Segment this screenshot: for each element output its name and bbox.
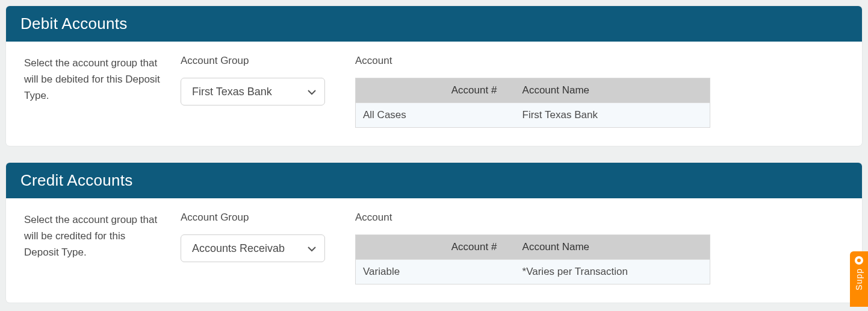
debit-account-label: Account [355, 55, 710, 67]
table-cell-case: Variable [356, 260, 444, 284]
credit-account-group-select[interactable]: Accounts Receivab [181, 234, 325, 262]
table-header-case [356, 78, 444, 103]
credit-account-label: Account [355, 212, 710, 224]
table-row: Variable *Varies per Transaction [356, 260, 710, 284]
table-header-account-number: Account # [444, 78, 515, 103]
table-row: All Cases First Texas Bank [356, 103, 710, 128]
table-cell-case: All Cases [356, 103, 444, 128]
support-icon [855, 256, 863, 265]
debit-card-title: Debit Accounts [6, 6, 862, 42]
support-label: Supp [854, 268, 864, 291]
credit-group-label: Account Group [181, 212, 337, 224]
table-header-account-name: Account Name [515, 235, 710, 260]
credit-card-title: Credit Accounts [6, 163, 862, 198]
table-header-account-name: Account Name [515, 78, 710, 103]
debit-account-group-select[interactable]: First Texas Bank [181, 78, 325, 105]
credit-account-table: Account # Account Name Variable *Varies … [355, 234, 710, 284]
support-tab[interactable]: Supp [850, 251, 868, 307]
table-cell-account-name: *Varies per Transaction [515, 260, 710, 284]
table-cell-account-name: First Texas Bank [515, 103, 710, 128]
debit-help-text: Select the account group that will be de… [24, 55, 163, 128]
table-header-account-number: Account # [444, 235, 515, 260]
table-header-case [356, 235, 444, 260]
table-cell-account-number [444, 260, 515, 284]
table-cell-account-number [444, 103, 515, 128]
debit-group-label: Account Group [181, 55, 337, 67]
debit-account-table: Account # Account Name All Cases First T… [355, 78, 710, 128]
debit-accounts-card: Debit Accounts Select the account group … [6, 6, 862, 146]
credit-accounts-card: Credit Accounts Select the account group… [6, 163, 862, 303]
credit-help-text: Select the account group that will be cr… [24, 212, 163, 284]
